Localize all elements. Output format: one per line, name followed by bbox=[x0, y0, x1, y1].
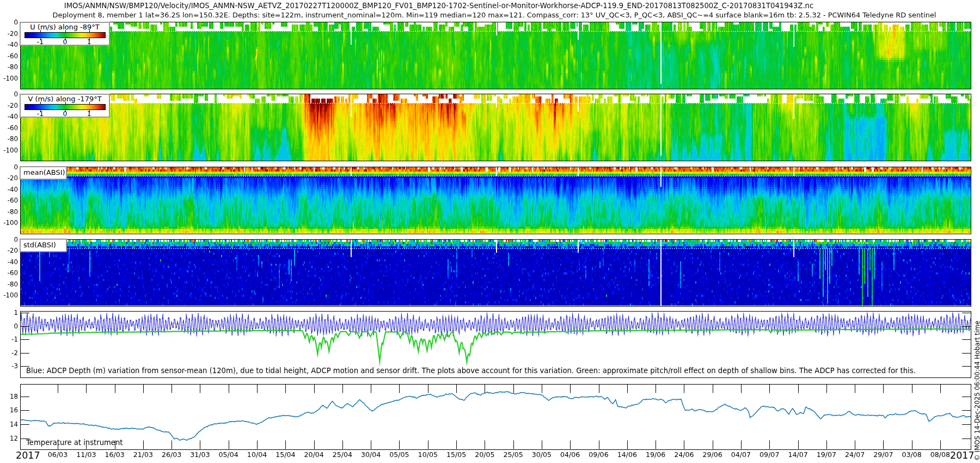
x-tick-label: 29/07 bbox=[873, 450, 893, 459]
x-axis-year-left: 2017 bbox=[16, 450, 40, 461]
y-tick-label: 0 bbox=[0, 19, 18, 26]
x-tick-label: 29/06 bbox=[703, 450, 722, 459]
x-tick-label: 14/07 bbox=[788, 450, 807, 459]
colorbar-tick bbox=[40, 102, 41, 104]
x-tick-label: 30/05 bbox=[532, 450, 552, 459]
x-tick-label: 24/07 bbox=[845, 450, 865, 459]
y-tick-label: 0 bbox=[0, 236, 18, 243]
credit-vertical-text: © IMOS 14-Dec-2025 06:00:44 Hobart time bbox=[973, 321, 980, 461]
colorbar-tick-label: -1 bbox=[37, 110, 44, 118]
y-tick-label: -2 bbox=[0, 349, 18, 357]
x-tick-label: 19/07 bbox=[817, 450, 836, 459]
y-tick-label: -40 bbox=[0, 41, 18, 48]
y-tick-label: -20 bbox=[0, 30, 18, 38]
y-tick-label: 1 bbox=[0, 309, 18, 316]
x-tick-label: 15/04 bbox=[275, 450, 295, 459]
y-tick-label: 0 bbox=[0, 90, 18, 98]
y-tick-label: -80 bbox=[0, 135, 18, 143]
y-tick-label: -100 bbox=[0, 75, 18, 82]
temperature-panel-label: Temperature at instrument bbox=[26, 438, 123, 447]
y-tick-label: -80 bbox=[0, 281, 18, 288]
y-tick-label: -40 bbox=[0, 113, 18, 120]
colorbar-tick-label: 1 bbox=[87, 38, 91, 46]
imos-adcp-figure: IMOS/ANMN/NSW/BMP120/Velocity/IMOS_ANMN-… bbox=[0, 0, 980, 463]
colorbar-tick-label: -1 bbox=[37, 38, 44, 46]
colorbar-tick bbox=[89, 30, 90, 32]
legend-title-mean_absi: mean(ABSI) bbox=[21, 168, 69, 176]
depth-panel-annotation: Blue: ADCP Depth (m) variation from sens… bbox=[26, 367, 916, 375]
y-tick-label: -20 bbox=[0, 102, 18, 109]
y-tick-label: -60 bbox=[0, 197, 18, 204]
y-tick-label: -40 bbox=[0, 258, 18, 266]
x-tick-label: 08/08 bbox=[930, 450, 950, 459]
y-tick-label: -100 bbox=[0, 147, 18, 154]
x-tick-label: 21/03 bbox=[133, 450, 153, 459]
y-tick-label: 0 bbox=[0, 322, 18, 330]
x-tick-label: 04/07 bbox=[731, 450, 751, 459]
y-tick-label: -60 bbox=[0, 52, 18, 60]
colorbar-tick-label: 0 bbox=[63, 110, 68, 118]
legend-box-u: U (m/s) along -89°T-101 bbox=[20, 22, 110, 46]
y-tick-label: -100 bbox=[0, 219, 18, 227]
legend-box-mean_absi: mean(ABSI) bbox=[20, 166, 67, 180]
x-tick-label: 20/04 bbox=[304, 450, 323, 459]
colorbar-tick bbox=[89, 102, 90, 104]
x-tick-label: 03/08 bbox=[902, 450, 922, 459]
y-tick-label: 16 bbox=[0, 406, 18, 414]
x-tick-label: 31/03 bbox=[190, 450, 210, 459]
y-tick-label: 0 bbox=[0, 163, 18, 171]
y-tick-label: -3 bbox=[0, 362, 18, 370]
colorbar-u bbox=[24, 32, 106, 38]
colorbar-tick bbox=[65, 30, 66, 32]
y-tick-label: -60 bbox=[0, 269, 18, 277]
x-tick-label: 25/05 bbox=[503, 450, 523, 459]
x-tick-label: 09/07 bbox=[759, 450, 779, 459]
x-tick-label: 16/03 bbox=[105, 450, 124, 459]
x-tick-label: 30/04 bbox=[361, 450, 381, 459]
colorbar-tick bbox=[65, 102, 66, 104]
colorbar-tick-label: 0 bbox=[63, 38, 68, 46]
x-tick-label: 11/03 bbox=[76, 450, 96, 459]
legend-box-v: V (m/s) along -179°T-101 bbox=[20, 94, 110, 118]
x-tick-label: 24/06 bbox=[674, 450, 694, 459]
y-tick-label: -80 bbox=[0, 208, 18, 216]
y-tick-label: -60 bbox=[0, 124, 18, 132]
y-tick-label: -20 bbox=[0, 247, 18, 254]
y-tick-label: 12 bbox=[0, 435, 18, 442]
colorbar-tick bbox=[40, 30, 41, 32]
x-tick-label: 09/06 bbox=[589, 450, 608, 459]
y-tick-label: 14 bbox=[0, 421, 18, 428]
colorbar-v bbox=[24, 104, 106, 110]
legend-box-std_absi: std(ABSI) bbox=[20, 239, 67, 252]
x-tick-label: 15/05 bbox=[446, 450, 466, 459]
y-tick-label: -80 bbox=[0, 63, 18, 71]
x-tick-label: 04/06 bbox=[560, 450, 580, 459]
x-tick-label: 26/03 bbox=[162, 450, 181, 459]
x-tick-label: 25/04 bbox=[333, 450, 352, 459]
x-tick-label: 14/06 bbox=[617, 450, 637, 459]
x-tick-label: 10/04 bbox=[247, 450, 267, 459]
x-tick-label: 20/05 bbox=[475, 450, 494, 459]
legend-title-std_absi: std(ABSI) bbox=[21, 241, 69, 249]
x-tick-label: 10/05 bbox=[418, 450, 438, 459]
colorbar-tick-label: 1 bbox=[87, 110, 91, 118]
y-tick-label: -20 bbox=[0, 174, 18, 182]
y-tick-label: -100 bbox=[0, 291, 18, 299]
plot-canvas bbox=[0, 0, 980, 463]
x-tick-label: 05/05 bbox=[389, 450, 409, 459]
y-tick-label: -40 bbox=[0, 186, 18, 193]
x-tick-label: 06/03 bbox=[48, 450, 68, 459]
y-tick-label: 18 bbox=[0, 393, 18, 400]
y-tick-label: -1 bbox=[0, 336, 18, 343]
x-tick-label: 05/04 bbox=[219, 450, 238, 459]
figure-title-line2: Deployment 8, member 1 lat=36.2S lon=150… bbox=[53, 11, 936, 19]
x-tick-label: 19/06 bbox=[646, 450, 665, 459]
x-axis-year-right: 2017 bbox=[950, 450, 975, 461]
figure-title-line1: IMOS/ANMN/NSW/BMP120/Velocity/IMOS_ANMN-… bbox=[64, 2, 813, 10]
